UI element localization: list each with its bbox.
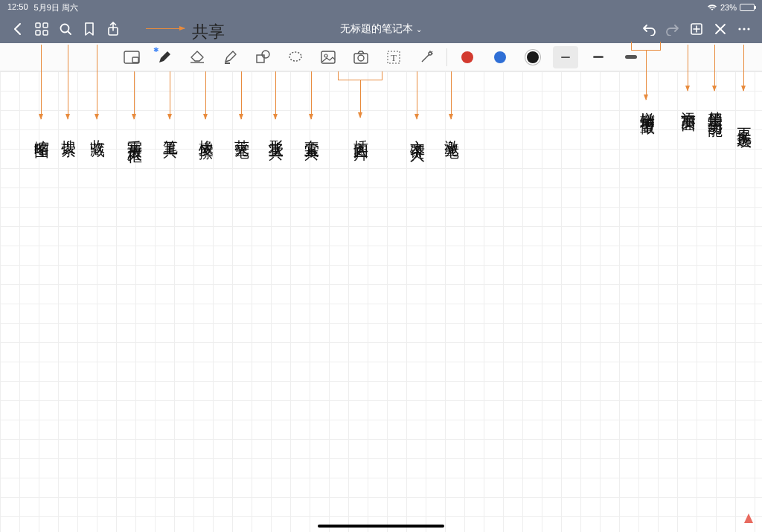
color-black[interactable] (520, 46, 545, 68)
arrow-laser (451, 71, 452, 119)
image-tool[interactable] (316, 46, 341, 68)
label-thumbnails: 缩略图 (34, 128, 49, 135)
close-button[interactable] (708, 17, 732, 41)
battery-pct: 23% (720, 3, 737, 12)
lasso-tool[interactable] (283, 46, 308, 68)
svg-point-23 (324, 54, 327, 57)
arrow-pen (170, 71, 170, 119)
svg-point-12 (738, 28, 740, 30)
search-button[interactable] (54, 17, 77, 41)
home-indicator (318, 525, 444, 528)
status-bar: 12:50 5月9日 周六 23% (0, 0, 762, 15)
divider (446, 48, 447, 66)
shape-tool[interactable] (250, 46, 275, 68)
zoom-box-tool[interactable] (119, 46, 144, 68)
label-zoombox: 手写放大框 (127, 128, 142, 139)
label-image: 插入图片 (353, 128, 368, 137)
label-laser: 激光笔 (444, 128, 459, 135)
label-lasso: 套索工具 (304, 128, 319, 137)
arrow-shape (275, 71, 276, 119)
stroke-size-1[interactable] (553, 46, 578, 68)
laser-tool[interactable] (414, 46, 439, 68)
label-text: 文本键入 (410, 128, 425, 137)
wifi-icon (707, 4, 717, 11)
label-search: 搜索 (61, 128, 76, 132)
arrow-bookmark (97, 45, 97, 119)
svg-text:T: T (391, 52, 397, 63)
svg-rect-0 (36, 23, 40, 28)
add-page-button[interactable] (685, 17, 708, 41)
arrow-disable-hw (714, 45, 715, 91)
stroke-size-2[interactable] (586, 46, 611, 68)
color-red[interactable] (455, 46, 480, 68)
label-undo-redo: 撤销与重做 (640, 100, 655, 111)
svg-point-13 (743, 28, 745, 30)
arrow-share (146, 28, 185, 29)
color-blue[interactable] (487, 46, 513, 68)
more-button[interactable] (732, 17, 756, 41)
svg-rect-16 (132, 57, 138, 63)
chevron-down-icon: ⌄ (416, 25, 422, 33)
redo-button[interactable] (661, 17, 685, 41)
bracket-undo-redo (631, 42, 661, 51)
share-button[interactable] (101, 17, 125, 41)
eraser-tool[interactable] (185, 46, 210, 68)
label-shape: 形状工具 (269, 128, 284, 137)
arrow-zoombox (134, 71, 135, 119)
back-button[interactable] (6, 17, 30, 41)
arrow-search (68, 45, 68, 119)
topbar: 无标题的笔记本 ⌄ (0, 15, 762, 43)
undo-button[interactable] (637, 17, 661, 41)
svg-rect-2 (36, 31, 40, 35)
arrow-more (743, 45, 744, 91)
camera-tool[interactable] (348, 46, 374, 68)
label-more: 更多选项 (737, 116, 752, 125)
canvas[interactable]: 缩略图 搜索 收藏 手写放大框 笔工具 橡皮擦 荧光笔 形状工具 套索工具 插入… (0, 71, 762, 532)
thumbnails-button[interactable] (30, 17, 54, 41)
arrow-lasso (311, 71, 312, 119)
bookmark-button[interactable] (77, 17, 101, 41)
svg-point-4 (61, 25, 69, 33)
arrow-thumbnails (41, 45, 42, 119)
arrow-addpage (688, 45, 688, 91)
svg-line-5 (68, 32, 71, 35)
svg-rect-1 (43, 23, 48, 28)
svg-point-20 (262, 51, 269, 58)
status-time: 12:50 (7, 2, 28, 13)
status-date: 5月9日 周六 (34, 2, 78, 13)
highlighter-tool[interactable] (217, 46, 243, 68)
arrow-eraser (205, 71, 206, 119)
label-highlighter: 荧光笔 (234, 128, 249, 135)
share-annotation: 共享 (192, 21, 225, 43)
bracket-image (338, 71, 382, 80)
arrow-highlighter (241, 71, 242, 119)
label-addpage: 添加页面 (681, 100, 696, 109)
label-eraser: 橡皮擦 (199, 128, 214, 135)
battery-icon (740, 4, 755, 11)
svg-point-28 (429, 52, 432, 55)
watermark-icon (743, 513, 755, 525)
text-tool[interactable]: T (381, 46, 406, 68)
arrow-text (417, 71, 417, 119)
label-pen: 笔工具 (163, 128, 178, 135)
svg-rect-3 (43, 31, 48, 35)
label-bookmark: 收藏 (90, 128, 105, 132)
label-disable-hw: 禁用手写功能 (708, 100, 723, 113)
title-text: 无标题的笔记本 (340, 22, 413, 36)
svg-point-14 (747, 28, 749, 30)
bluetooth-icon: ✱ (153, 46, 158, 51)
note-title[interactable]: 无标题的笔记本 ⌄ (340, 22, 422, 36)
svg-point-21 (289, 52, 301, 61)
svg-point-25 (358, 55, 364, 61)
